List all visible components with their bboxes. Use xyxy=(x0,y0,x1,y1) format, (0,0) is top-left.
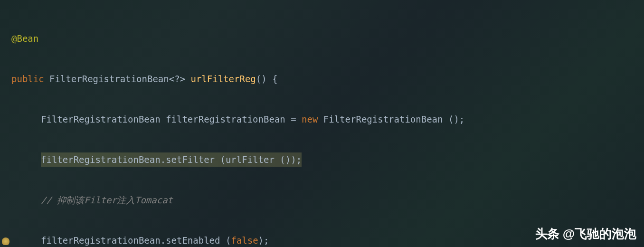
code-text: ); xyxy=(258,234,269,247)
keyword-public: public xyxy=(11,72,44,86)
comment-underlined: Tomacat xyxy=(135,193,173,207)
annotation: @Bean xyxy=(11,32,38,46)
comment: // 抑制该Filter注入 xyxy=(41,193,135,207)
code-line: // 抑制该Filter注入Tomacat xyxy=(11,193,644,207)
code-text: FilterRegistrationBean (); xyxy=(318,113,464,126)
code-text: filterRegistrationBean.setEnabled ( xyxy=(41,234,231,247)
code-text: FilterRegistrationBean<?> xyxy=(44,72,191,86)
method-name: urlFilterReg xyxy=(191,72,256,86)
code-line: filterRegistrationBean.setFilter (urlFil… xyxy=(11,153,644,166)
highlighted-code: filterRegistrationBean.setFilter (urlFil… xyxy=(41,152,302,167)
code-text: FilterRegistrationBean filterRegistratio… xyxy=(41,113,302,126)
watermark-prefix: 头条 xyxy=(535,225,559,243)
code-line: FilterRegistrationBean filterRegistratio… xyxy=(11,113,644,126)
code-line: public FilterRegistrationBean<?> urlFilt… xyxy=(11,72,644,86)
intention-bulb-icon[interactable] xyxy=(2,238,9,245)
code-editor[interactable]: @Bean public FilterRegistrationBean<?> u… xyxy=(0,0,644,247)
code-text: () { xyxy=(256,72,278,86)
keyword-new: new xyxy=(302,113,318,126)
watermark: 头条 @飞驰的泡泡 xyxy=(535,225,636,243)
code-line: @Bean xyxy=(11,32,644,45)
watermark-author: @飞驰的泡泡 xyxy=(563,225,636,243)
keyword-false: false xyxy=(231,234,258,247)
